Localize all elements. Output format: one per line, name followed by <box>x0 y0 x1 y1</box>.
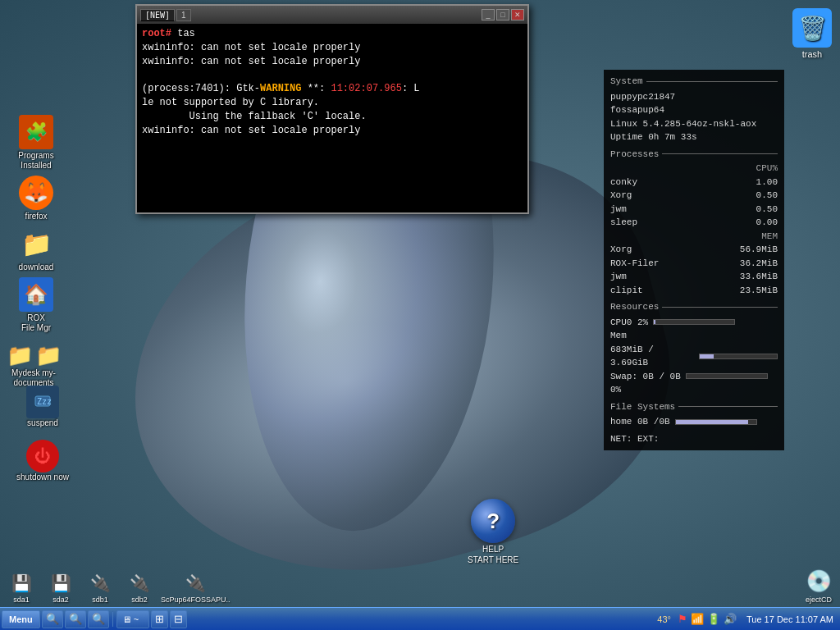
mydesk-folder2-icon: 📁 <box>35 343 62 368</box>
trash-icon-img: 🗑️ <box>792 8 832 48</box>
conky-swap-label: Swap: 0B / 0B <box>610 370 681 384</box>
terminal-tab-num[interactable]: 1 <box>176 9 191 21</box>
drive-sdb4[interactable]: 🔌 ScPup64FOSSAPU.. <box>161 571 231 604</box>
help-start-here-button[interactable]: ? HELP START HERE <box>468 499 518 564</box>
systray-wifi-icon: 📶 <box>691 613 704 625</box>
systray-temp: 43° <box>654 614 674 624</box>
taskbar-apps-btn[interactable]: ⊟ <box>170 610 187 628</box>
terminal-window[interactable]: [NEW] 1 _ □ ✕ root# tas xwininfo: can no… <box>135 4 529 214</box>
conky-cpu0-label: CPU0 2% <box>610 316 648 330</box>
terminal-tab-new[interactable]: [NEW] <box>140 9 175 21</box>
terminal-controls: _ □ ✕ <box>482 9 524 21</box>
conky-cpu-header: CPU% <box>610 162 778 176</box>
download-label: download <box>19 262 54 272</box>
sda1-label: sda1 <box>13 596 30 604</box>
desktop-icon-programs-installed[interactable]: 🧩 ProgramsInstalled <box>7 115 66 171</box>
rox-file-mgr-label: ROXFile Mgr <box>21 313 51 333</box>
conky-cpu0-row: CPU0 2% <box>610 316 778 330</box>
firefox-label: firefox <box>25 212 47 221</box>
desktop-icons-column: 🧩 ProgramsInstalled 🦊 firefox 📁 download… <box>7 115 66 333</box>
conky-fs-header: File Systems <box>610 400 778 414</box>
suspend-label: suspend <box>27 418 58 428</box>
taskbar-clock: Tue 17 Dec 11:07 AM <box>742 614 838 624</box>
terminal-line-7: xwininfo: can not set locale properly <box>142 124 523 138</box>
suspend-icon: Zzz <box>26 386 59 418</box>
conky-processes-line <box>662 153 778 154</box>
desktop-icon-firefox[interactable]: 🦊 firefox <box>7 176 66 221</box>
conky-fs-line <box>678 406 778 407</box>
sdb2-icon: 🔌 <box>125 571 154 596</box>
help-circle-icon: ? <box>471 499 515 543</box>
conky-home-bar <box>675 419 757 425</box>
drive-sdb2[interactable]: 🔌 sdb2 <box>121 571 158 604</box>
terminal-line-1: root# tas <box>142 27 523 41</box>
conky-proc-rox-mem: ROX-Filer36.2MiB <box>610 257 778 271</box>
terminal-line-warning: (process:7401): Gtk-WARNING **: 11:02:07… <box>142 82 523 96</box>
conky-resources-header: Resources <box>610 300 778 314</box>
conky-hostname: puppypc21847 <box>610 90 778 104</box>
sda2-icon: 💾 <box>46 571 75 596</box>
conky-swap-row: Swap: 0B / 0B <box>610 370 778 384</box>
svg-text:Zzz: Zzz <box>37 397 52 406</box>
conky-proc-jwm-cpu: jwm0.50 <box>610 203 778 217</box>
sdb4-icon: 🔌 <box>180 571 210 596</box>
conky-home-row: home 0B /0B <box>610 415 778 429</box>
desktop-icon-rox-file-mgr[interactable]: 🏠 ROXFile Mgr <box>7 277 66 333</box>
sda2-label: sda2 <box>52 596 69 604</box>
taskbar-search-btn-1[interactable]: 🔍 <box>42 610 63 628</box>
terminal-close-btn[interactable]: ✕ <box>511 9 524 21</box>
bottom-drives: 💾 sda1 💾 sda2 🔌 sdb1 🔌 sdb2 🔌 ScPup64FOS… <box>0 571 234 604</box>
conky-distro: fossapup64 <box>610 103 778 117</box>
drive-sda2[interactable]: 💾 sda2 <box>43 571 79 604</box>
terminal-line-2: xwininfo: can not set locale properly <box>142 41 523 55</box>
conky-swap-pct: 0% <box>610 383 778 397</box>
conky-mem-row: 683MiB / 3.69GiB <box>610 343 778 370</box>
conky-cpu0-bar-fill <box>654 320 655 324</box>
conky-resources-line <box>662 307 778 308</box>
drive-sda1[interactable]: 💾 sda1 <box>3 571 39 604</box>
eject-cd-img: 💿 <box>801 566 837 596</box>
conky-resources-label: Resources <box>610 300 659 314</box>
conky-proc-conky: conky1.00 <box>610 176 778 189</box>
conky-mem-label: Mem <box>610 329 778 343</box>
drive-sdb1[interactable]: 🔌 sdb1 <box>82 571 118 604</box>
conky-system-line <box>646 81 778 82</box>
conky-mem-bar <box>699 354 778 359</box>
sdb4-label: ScPup64FOSSAPU.. <box>161 596 231 604</box>
desktop-icon-mydesk[interactable]: 📁 📁 Mydesk my-documents <box>2 343 66 388</box>
conky-proc-sleep: sleep0.00 <box>610 216 778 230</box>
conky-net-label: NET: EXT: <box>610 432 778 446</box>
programs-installed-icon: 🧩 <box>19 115 53 149</box>
conky-cpu0-bar <box>653 319 735 325</box>
taskbar-search-btn-3[interactable]: 🔍 <box>88 610 109 628</box>
conky-proc-xorg-mem: Xorg56.9MiB <box>610 243 778 257</box>
sdb1-label: sdb1 <box>92 596 108 604</box>
conky-processes-header: Processes <box>610 148 778 162</box>
desktop-icon-suspend[interactable]: Zzz suspend <box>13 386 72 428</box>
systray-battery-icon: 🔋 <box>707 613 720 625</box>
firefox-icon: 🦊 <box>19 176 53 210</box>
trash-icon[interactable]: 🗑️ trash <box>792 8 832 59</box>
sdb2-label: sdb2 <box>131 596 148 604</box>
conky-proc-clipit: clipit23.5MiB <box>610 284 778 298</box>
help-label-line2: START HERE <box>468 555 518 564</box>
taskbar-layout-btn[interactable]: ⊞ <box>151 610 168 628</box>
conky-proc-jwm-mem: jwm33.6MiB <box>610 270 778 284</box>
conky-fs-label: File Systems <box>610 400 675 414</box>
terminal-title-area: [NEW] 1 <box>140 9 478 21</box>
taskbar-search-btn-2[interactable]: 🔍 <box>65 610 86 628</box>
taskbar-sep-1 <box>112 612 113 627</box>
conky-system-label: System <box>610 75 643 89</box>
systray-speaker-icon: 🔊 <box>724 613 737 625</box>
taskbar-menu-button[interactable]: Menu <box>2 610 40 628</box>
conky-home-bar-fill <box>676 420 748 424</box>
systray: 43° ⚑ 📶 🔋 🔊 <box>651 613 740 625</box>
eject-cd-icon[interactable]: 💿 ejectCD <box>801 566 837 604</box>
desktop-icon-shutdown[interactable]: ⏻ shutdown now <box>13 440 72 482</box>
conky-swap-bar <box>686 373 768 379</box>
terminal-maximize-btn[interactable]: □ <box>496 9 509 21</box>
desktop-icon-download[interactable]: 📁 download <box>7 226 66 272</box>
taskbar-window-terminal[interactable]: 🖥 ~ <box>116 610 149 628</box>
rox-file-mgr-icon: 🏠 <box>19 277 53 312</box>
terminal-minimize-btn[interactable]: _ <box>482 9 495 21</box>
